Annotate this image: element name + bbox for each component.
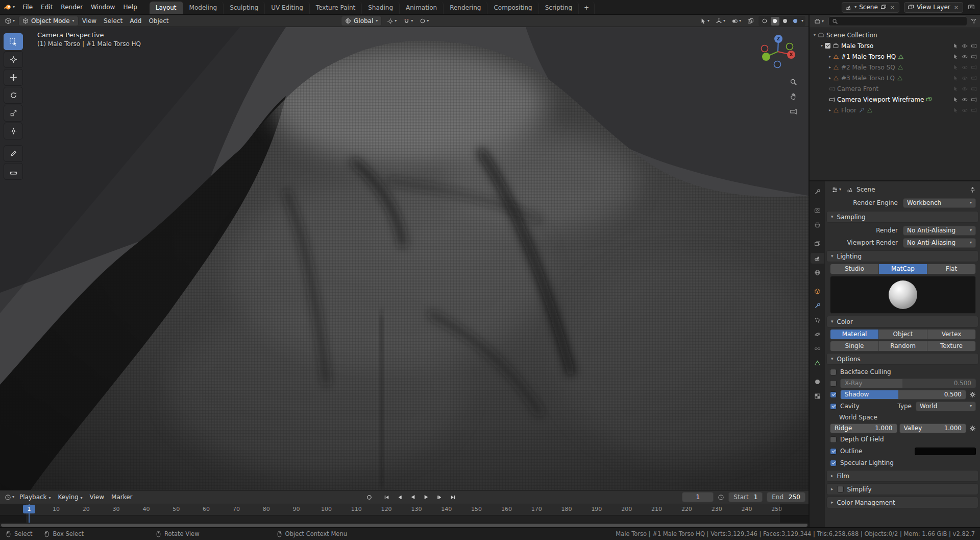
menu-help[interactable]: Help <box>119 0 141 14</box>
viewport-menu-select[interactable]: Select <box>100 17 126 25</box>
timeline-track[interactable] <box>0 515 808 523</box>
render-visibility-icon[interactable] <box>971 107 977 113</box>
hide-eye-icon[interactable] <box>962 75 968 81</box>
section-color[interactable]: ▾Color <box>826 316 978 327</box>
pivot-point-dropdown[interactable]: ▾ <box>385 18 398 25</box>
show-overlays-dropdown[interactable]: ▾ <box>730 18 743 25</box>
scene-selector[interactable]: ▾ Scene × <box>842 2 899 13</box>
section-simplify[interactable]: ▸Simplify <box>826 483 978 495</box>
timeline-ruler[interactable]: 1102030405060708090100110120130140150160… <box>0 504 808 515</box>
proportional-editing-toggle[interactable]: ▾ <box>418 18 430 24</box>
pin-icon[interactable] <box>969 186 976 193</box>
color-material-button[interactable]: Material <box>830 330 879 339</box>
color-texture-button[interactable]: Texture <box>927 341 975 351</box>
properties-tab-physics[interactable] <box>811 329 824 340</box>
color-random-button[interactable]: Random <box>879 341 927 351</box>
jump-to-end-button[interactable] <box>447 492 458 502</box>
shading-material-button[interactable] <box>781 17 790 26</box>
viewport-menu-view[interactable]: View <box>79 17 100 25</box>
render-visibility-icon[interactable] <box>971 75 977 81</box>
properties-tab-world[interactable] <box>811 267 824 278</box>
selectable-icon[interactable] <box>952 43 959 49</box>
workspace-tab-scripting[interactable]: Scripting <box>539 2 579 14</box>
timeline-scrollbar-thumb[interactable] <box>1 524 807 527</box>
selectable-icon[interactable] <box>952 107 959 113</box>
sampling-render-dropdown[interactable]: No Anti-Aliasing▾ <box>903 226 976 236</box>
outliner-row-scene-collection[interactable]: ▾ Scene Collection <box>810 30 980 40</box>
tool-rotate[interactable] <box>4 87 23 104</box>
workspace-tab-compositing[interactable]: Compositing <box>487 2 538 14</box>
properties-tab-modifiers[interactable] <box>811 300 824 311</box>
shading-options-caret-icon[interactable]: ▾ <box>801 19 803 23</box>
workspace-tab-animation[interactable]: Animation <box>400 2 444 14</box>
xray-checkbox[interactable] <box>830 380 837 387</box>
play-reverse-button[interactable] <box>407 492 419 502</box>
outliner-row-camera-front[interactable]: Camera Front <box>810 83 980 94</box>
workspace-tab-modeling[interactable]: Modeling <box>183 2 224 14</box>
menu-edit[interactable]: Edit <box>37 0 57 14</box>
shadow-settings-gear-icon[interactable] <box>969 391 976 398</box>
timeline-menu-view[interactable]: View <box>86 494 108 501</box>
workspace-tab-uv-editing[interactable]: UV Editing <box>265 2 310 14</box>
filter-icon[interactable] <box>970 18 977 25</box>
transform-orientation-dropdown[interactable]: Global ▾ <box>341 16 382 26</box>
tool-transform[interactable] <box>4 123 23 139</box>
workspace-tab-rendering[interactable]: Rendering <box>444 2 487 14</box>
render-visibility-icon[interactable] <box>971 97 977 103</box>
workspace-tab-sculpting[interactable]: Sculpting <box>224 2 265 14</box>
color-single-button[interactable]: Single <box>830 341 879 351</box>
shading-rendered-button[interactable] <box>791 17 800 26</box>
workspace-tab-shading[interactable]: Shading <box>362 2 400 14</box>
add-workspace-button[interactable]: + <box>579 2 595 14</box>
jump-to-start-button[interactable] <box>381 492 392 502</box>
tool-move[interactable] <box>4 69 23 86</box>
tool-measure[interactable] <box>4 163 23 180</box>
menu-render[interactable]: Render <box>57 0 87 14</box>
menu-window[interactable]: Window <box>87 0 119 14</box>
hide-eye-icon[interactable] <box>962 54 968 60</box>
hide-eye-icon[interactable] <box>962 64 968 71</box>
collection-checkbox[interactable] <box>825 43 830 49</box>
navigation-gizmo[interactable]: Z X <box>754 28 801 75</box>
timeline-menu-keying[interactable]: Keying ▾ <box>54 494 86 501</box>
valley-slider[interactable]: Valley 1.000 <box>899 424 967 433</box>
tool-annotate[interactable] <box>4 145 23 162</box>
frame-start-field[interactable]: Start1 <box>728 492 763 502</box>
new-scene-icon[interactable] <box>880 4 887 10</box>
frame-end-field[interactable]: End250 <box>767 492 805 502</box>
hide-eye-icon[interactable] <box>962 86 968 92</box>
properties-tab-scene[interactable] <box>811 253 824 264</box>
tool-select-box[interactable] <box>4 33 23 50</box>
render-visibility-icon[interactable] <box>971 43 977 49</box>
zoom-icon[interactable] <box>790 78 797 86</box>
playhead[interactable]: 1 <box>23 504 35 523</box>
properties-tab-view-layer[interactable] <box>811 239 824 249</box>
simplify-checkbox[interactable] <box>837 486 844 492</box>
matcap-sphere[interactable] <box>889 280 917 309</box>
lighting-studio-button[interactable]: Studio <box>830 264 879 274</box>
cavity-checkbox[interactable] <box>830 403 837 410</box>
section-options[interactable]: ▾Options <box>826 353 978 365</box>
render-engine-dropdown[interactable]: Workbench▾ <box>903 198 976 208</box>
timeline-menu-marker[interactable]: Marker <box>108 494 136 501</box>
color-vertex-button[interactable]: Vertex <box>927 330 975 339</box>
outliner-row-camera-viewport-wireframe[interactable]: Camera Viewport Wireframe <box>810 94 980 105</box>
properties-tab-material[interactable] <box>811 377 824 387</box>
viewport-menu-object[interactable]: Object <box>145 17 172 25</box>
snap-toggle[interactable]: ▾ <box>402 18 414 25</box>
depth-of-field-checkbox[interactable] <box>830 436 837 443</box>
render-photo-icon[interactable] <box>968 4 975 11</box>
section-color-management[interactable]: ▸Color Management <box>826 497 978 508</box>
current-frame-field[interactable]: 1 <box>682 492 714 502</box>
selectable-icon[interactable] <box>952 75 959 81</box>
color-object-button[interactable]: Object <box>879 330 927 339</box>
properties-editor-type-selector[interactable]: ▾ <box>830 186 843 193</box>
properties-tab-constraints[interactable] <box>811 343 824 354</box>
properties-tab-tool[interactable] <box>811 186 824 197</box>
tool-scale[interactable] <box>4 105 23 122</box>
outliner-row-torso-lq[interactable]: ▸ #3 Male Torso LQ <box>810 73 980 83</box>
properties-tab-render[interactable] <box>811 205 824 216</box>
backface-culling-checkbox[interactable] <box>830 369 837 375</box>
sampling-viewport-dropdown[interactable]: No Anti-Aliasing▾ <box>903 238 976 248</box>
section-sampling[interactable]: ▾Sampling <box>826 211 978 223</box>
